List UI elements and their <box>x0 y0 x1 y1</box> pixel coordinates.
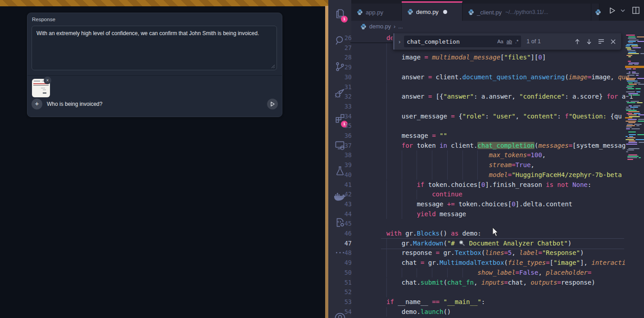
minimap-line <box>627 49 631 50</box>
find-input[interactable]: chat_completion Aa ab .* <box>404 36 521 47</box>
tab-client-py[interactable]: _client.py ~/.../python3.11/... <box>463 4 591 21</box>
find-previous-button[interactable] <box>575 39 580 45</box>
indent-guide <box>402 268 402 278</box>
minimap[interactable] <box>625 27 644 318</box>
code-line-28[interactable]: image = multimodal_message["files"][0] <box>386 53 546 63</box>
line-number: 29 <box>328 63 363 73</box>
run-button[interactable] <box>608 7 616 14</box>
indent-guide <box>477 160 478 170</box>
minimap-line <box>627 157 637 158</box>
minimap-line <box>627 137 635 138</box>
find-query-text[interactable]: chat_completion <box>407 38 494 45</box>
code-line-38[interactable]: max_tokens=100, <box>386 150 546 160</box>
code-line-30[interactable]: answer = client.document_question_answer… <box>386 73 630 82</box>
indent-guide <box>386 190 387 200</box>
code-line-54[interactable]: demo.launch() <box>386 307 451 317</box>
line-number: 49 <box>328 258 363 268</box>
regex-toggle[interactable]: .* <box>515 39 518 44</box>
find-expand-chevron[interactable]: › <box>399 38 400 45</box>
minimap-line <box>634 124 642 125</box>
gradio-app-window: Response With an extremely high level of… <box>0 6 325 318</box>
minimap-line <box>626 91 635 92</box>
split-editor-button[interactable] <box>632 7 639 14</box>
code-line-34[interactable]: user_message = {"role": "user", "content… <box>386 112 622 122</box>
code-line-42[interactable]: continue <box>386 190 463 200</box>
line-number: 52 <box>328 287 363 297</box>
breadcrumb-more[interactable]: ... <box>398 23 403 30</box>
add-file-button[interactable]: + <box>32 99 42 109</box>
minimap-line <box>626 45 630 46</box>
code-line-47[interactable]: gr.Markdown("# Document Analyzer Chatbot… <box>386 239 571 249</box>
code-line-46[interactable]: with gr.Blocks() as demo: <box>386 229 481 239</box>
minimap-line <box>626 35 635 36</box>
code-line-36[interactable]: message = "" <box>386 131 447 141</box>
minimap-line <box>632 73 639 74</box>
send-button[interactable] <box>267 99 278 109</box>
minimap-line <box>629 134 636 135</box>
remove-attachment-button[interactable]: × <box>44 77 51 84</box>
breadcrumb[interactable]: demo.py › ... <box>351 21 644 32</box>
line-number: 30 <box>328 73 363 82</box>
line-number: 54 <box>328 307 363 317</box>
minimap-line <box>626 44 638 45</box>
minimap-line <box>626 79 635 80</box>
minimap-line <box>638 121 644 122</box>
code-line-53[interactable]: if __name__ == "__main__": <box>386 297 485 307</box>
code-line-51[interactable]: chat.submit(chat_fn, inputs=chat, output… <box>386 278 595 288</box>
response-textbox[interactable]: With an extremely high level of confiden… <box>32 26 277 70</box>
resize-handle-icon[interactable] <box>271 64 275 68</box>
minimap-line <box>626 139 634 140</box>
whole-word-toggle[interactable]: ab <box>507 39 512 44</box>
breadcrumb-file[interactable]: demo.py <box>369 23 391 30</box>
code-line-43[interactable]: message += token.choices[0].delta.conten… <box>386 200 572 209</box>
code-line-49[interactable]: chat = gr.MultimodalTextbox(file_types=[… <box>386 258 626 268</box>
run-dropdown-chevron[interactable] <box>621 9 625 12</box>
code-line-48[interactable]: response = gr.Textbox(lines=5, label="Re… <box>386 248 584 258</box>
minimap-line <box>626 151 628 152</box>
find-actions <box>575 39 616 45</box>
line-number: 48 <box>328 248 363 258</box>
find-in-selection-button[interactable] <box>598 39 604 44</box>
indent-guide <box>386 121 387 131</box>
minimap-line <box>631 45 638 46</box>
chat-input-placeholder[interactable]: Who is being invoiced? <box>47 101 102 107</box>
indent-guide <box>402 180 402 190</box>
minimap-line <box>637 102 643 103</box>
code-line-32[interactable]: answer = [{"answer": a.answer, "confiden… <box>386 92 633 102</box>
editor-actions <box>604 0 644 21</box>
line-number: 42 <box>328 190 363 200</box>
minimap-line <box>632 95 640 95</box>
modified-dot[interactable] <box>443 10 447 14</box>
minimap-line <box>632 47 641 48</box>
indent-guide <box>402 190 402 200</box>
indent-guide <box>417 170 417 180</box>
tab-app-py[interactable]: app.py <box>351 4 402 21</box>
code-line-37[interactable]: for token in client.chat_completion(mess… <box>386 141 626 151</box>
indent-guide <box>447 150 448 160</box>
indent-guide <box>417 150 417 160</box>
find-close-button[interactable] <box>611 39 616 44</box>
minimap-line <box>626 107 629 108</box>
code-line-41[interactable]: if token.choices[0].finish_reason is not… <box>386 180 591 190</box>
minimap-line <box>628 142 637 143</box>
find-next-button[interactable] <box>586 39 592 45</box>
minimap-line <box>633 68 636 69</box>
minimap-line <box>628 148 639 149</box>
tab-demo-py[interactable]: demo.py <box>402 1 463 21</box>
gradio-form-card: Response With an extremely high level of… <box>27 13 282 117</box>
minimap-line <box>626 73 630 74</box>
minimap-line <box>627 124 633 125</box>
minimap-line <box>626 128 630 129</box>
code-line-39[interactable]: stream=True, <box>386 160 535 170</box>
minimap-line <box>628 132 636 132</box>
indent-guide <box>432 170 432 180</box>
code-line-44[interactable]: yield message <box>386 209 466 219</box>
match-case-toggle[interactable]: Aa <box>497 39 503 44</box>
indent-guide <box>447 268 448 278</box>
indent-guide <box>386 307 387 317</box>
activity-explorer-icon[interactable]: 1 <box>328 3 351 24</box>
tab-partial[interactable] <box>591 4 599 21</box>
minimap-line <box>639 157 641 158</box>
code-line-40[interactable]: model="HuggingFaceH4/zephyr-7b-beta <box>386 170 622 180</box>
code-line-50[interactable]: show_label=False, placeholder= <box>386 268 591 278</box>
